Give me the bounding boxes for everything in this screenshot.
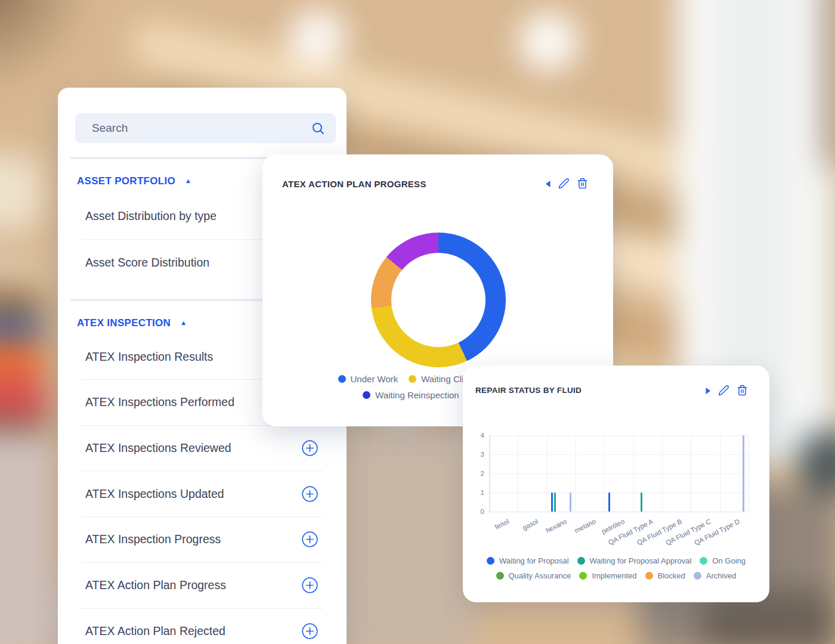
x-axis-category-label: hexano (545, 518, 568, 534)
search-input[interactable] (75, 113, 336, 143)
donut-hole (391, 253, 485, 347)
legend-item: Implemented (579, 571, 636, 580)
sidebar-item-label: ATEX Inspections Performed (85, 395, 234, 409)
h-gridline (489, 473, 749, 474)
legend-item: Under Work (338, 374, 398, 384)
legend-dot (338, 375, 346, 383)
edit-icon[interactable] (558, 178, 570, 191)
legend-dot (645, 572, 653, 580)
v-gridline (720, 435, 720, 512)
legend-dot (409, 375, 416, 383)
x-axis-category-label: fenol (494, 518, 511, 531)
sidebar-item[interactable]: ATEX Inspections Updated (82, 471, 323, 517)
y-axis-line (489, 435, 490, 512)
legend-label: Under Work (351, 374, 398, 384)
y-axis-tick-label: 0 (466, 508, 484, 515)
bar-waiting-for-proposal-approval[interactable] (554, 493, 556, 512)
triangle-up-icon[interactable]: ▲ (180, 320, 187, 326)
sidebar-item-label: ATEX Inspections Updated (85, 487, 224, 501)
v-gridline (691, 435, 691, 512)
sidebar-item[interactable]: ATEX Action Plan Rejected (82, 609, 323, 644)
legend-label: Waiting for Proposal (499, 556, 569, 565)
legend-item: Quality Assurance (496, 571, 571, 580)
sidebar-item-label: ATEX Action Plan Progress (85, 578, 226, 592)
legend-label: Blocked (658, 571, 685, 580)
legend-dot (700, 557, 707, 565)
add-widget-icon[interactable] (302, 623, 318, 639)
bar-waiting-for-proposal-approval[interactable] (641, 493, 642, 512)
legend-item: Waiting Reinspection (363, 390, 459, 400)
bar-waiting-for-proposal[interactable] (608, 493, 610, 512)
legend-item: Waiting for Proposal (487, 556, 569, 565)
h-gridline (489, 435, 749, 436)
legend-label: Waiting Reinspection (375, 390, 459, 400)
delete-icon[interactable] (577, 178, 588, 191)
v-gridline (633, 435, 634, 512)
legend-dot (694, 572, 701, 580)
legend-label: Archived (706, 571, 737, 580)
legend-dot (496, 572, 504, 580)
panel-title: REPAIR STATUS BY FLUID (475, 386, 582, 395)
legend-dot (579, 572, 587, 580)
add-widget-icon[interactable] (302, 440, 318, 456)
legend-label: Quality Assurance (509, 571, 571, 580)
x-axis-line (489, 512, 749, 513)
sidebar-item-label: ATEX Inspections Reviewed (85, 441, 231, 455)
delete-icon[interactable] (737, 385, 748, 398)
triangle-up-icon[interactable]: ▲ (185, 178, 191, 184)
y-axis-tick-label: 3 (466, 451, 484, 458)
legend-dot (363, 391, 370, 399)
legend-item: On Going (700, 556, 746, 565)
sidebar-item-label: ATEX Inspection Results (85, 350, 213, 364)
legend-label: On Going (712, 556, 746, 565)
h-gridline (489, 493, 749, 493)
bar-chart-plot: 01234fenolgasolhexanometanopetróleoQA Fl… (489, 435, 749, 512)
sidebar-item-label: ATEX Inspection Progress (85, 532, 221, 546)
sidebar-item[interactable]: ATEX Action Plan Progress (82, 563, 323, 609)
sidebar-item-label: Asset Distribution by type (85, 209, 217, 223)
y-axis-tick-label: 1 (466, 489, 484, 496)
donut-chart (371, 233, 506, 367)
collapse-arrow-right-icon[interactable] (705, 386, 711, 397)
bar-chart-panel: REPAIR STATUS BY FLUID 01234fenolgasolhe… (463, 366, 769, 602)
bar-legend-row-1: Waiting for ProposalWaiting for Proposal… (463, 556, 769, 565)
edit-icon[interactable] (718, 385, 729, 398)
section-title: ASSET PORTFOLIO (77, 176, 175, 186)
legend-item: Waiting for Proposal Approval (577, 556, 692, 565)
panel-title: ATEX ACTION PLAN PROGRESS (282, 179, 426, 189)
v-gridline (576, 435, 576, 512)
v-gridline (547, 435, 548, 512)
legend-label: Implemented (592, 571, 636, 580)
legend-item: Blocked (645, 571, 685, 580)
sidebar-item[interactable]: ATEX Inspection Progress (82, 517, 323, 563)
sidebar-item-label: ATEX Action Plan Rejected (85, 624, 225, 638)
bar-waiting-for-proposal[interactable] (551, 493, 553, 512)
add-widget-icon[interactable] (302, 486, 318, 502)
bar-archived[interactable] (743, 435, 744, 512)
legend-dot (487, 557, 494, 565)
panel-toolbar (545, 178, 588, 191)
legend-dot (577, 557, 585, 565)
add-widget-icon[interactable] (302, 531, 318, 547)
v-gridline (518, 435, 518, 512)
legend-label: Waiting for Proposal Approval (590, 556, 692, 565)
legend-item: Archived (694, 571, 737, 580)
section-title: ATEX INSPECTION (77, 318, 171, 328)
bar-legend-row-2: Quality AssuranceImplementedBlockedArchi… (463, 571, 769, 580)
add-widget-icon[interactable] (302, 577, 318, 593)
search-icon[interactable] (311, 122, 325, 138)
sidebar-item-label: Asset Score Distribution (85, 256, 209, 270)
search-box (75, 113, 336, 143)
collapse-arrow-left-icon[interactable] (545, 179, 551, 190)
v-gridline (604, 435, 605, 512)
h-gridline (489, 454, 749, 455)
y-axis-tick-label: 4 (466, 432, 484, 439)
v-gridline (749, 435, 749, 512)
bar-archived[interactable] (570, 493, 571, 512)
x-axis-category-label: gasol (521, 518, 539, 531)
sidebar-item[interactable]: ATEX Inspections Reviewed (82, 426, 323, 472)
x-axis-category-label: metano (573, 518, 597, 534)
panel-toolbar (705, 385, 748, 398)
v-gridline (662, 435, 663, 512)
y-axis-tick-label: 2 (466, 470, 484, 477)
